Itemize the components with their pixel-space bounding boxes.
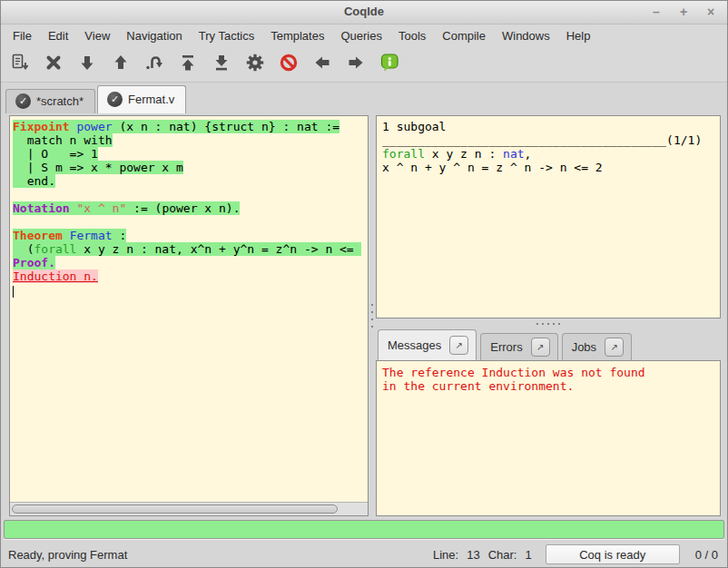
horizontal-scrollbar[interactable] xyxy=(10,502,368,515)
window-controls: – + × xyxy=(649,3,718,21)
close-button[interactable]: × xyxy=(703,3,718,21)
jobs-counter: 0 / 0 xyxy=(695,548,718,562)
scrollbar-thumb[interactable] xyxy=(12,504,338,514)
window-title: CoqIde xyxy=(1,5,727,18)
line-label: Line: xyxy=(433,548,458,562)
tab-label: Jobs xyxy=(572,340,596,354)
code-line[interactable]: Induction n. xyxy=(13,269,368,283)
arrow-down-to-end-button[interactable] xyxy=(210,53,233,76)
code-line[interactable]: end. xyxy=(13,174,368,188)
status-bar: Ready, proving Fermat Line: 13 Char: 1 C… xyxy=(1,542,727,567)
code-line[interactable] xyxy=(13,283,368,297)
arrow-left-button[interactable] xyxy=(310,53,334,76)
code-line[interactable]: Theorem Fermat : xyxy=(13,229,368,242)
menu-item-windows[interactable]: Windows xyxy=(494,26,558,45)
code-line[interactable]: | S m => x * power x m xyxy=(13,161,368,174)
code-line[interactable]: Fixpoint power (x n : nat) {struct n} : … xyxy=(13,120,368,133)
coq-status-text: Coq is ready xyxy=(579,548,645,562)
goal-line: 1 subgoal xyxy=(382,120,714,133)
info-bubble-icon xyxy=(379,53,399,75)
tab-errors[interactable]: Errors↗ xyxy=(480,333,557,360)
detach-button[interactable]: ↗ xyxy=(449,336,468,355)
goal-line: ________________________________________… xyxy=(382,133,714,147)
menu-item-compile[interactable]: Compile xyxy=(434,26,494,45)
goal-panel[interactable]: 1 subgoal_______________________________… xyxy=(376,115,721,318)
arrow-right-icon xyxy=(346,53,366,75)
message-line: The reference Induction was not found xyxy=(382,366,714,379)
tab-label: Errors xyxy=(490,340,522,354)
code-line[interactable]: match n with xyxy=(13,133,368,147)
arrow-up-to-start-icon xyxy=(178,53,198,75)
horizontal-splitter[interactable] xyxy=(376,318,721,328)
goal-line: forall x y z n : nat, xyxy=(382,147,714,161)
document-list-icon xyxy=(10,53,30,75)
message-panel[interactable]: The reference Induction was not foundin … xyxy=(376,360,721,516)
detach-button[interactable]: ↗ xyxy=(605,338,624,357)
tab-messages[interactable]: Messages↗ xyxy=(378,329,477,360)
interrupt-icon xyxy=(279,53,299,75)
info-bubble-button[interactable] xyxy=(378,53,401,76)
document-tab-bar: ✓*scratch*✓Fermat.v xyxy=(1,83,727,113)
menu-item-edit[interactable]: Edit xyxy=(40,26,76,45)
progress-area xyxy=(1,518,727,542)
code-line[interactable]: (forall x y z n : nat, x^n + y^n = z^n -… xyxy=(13,242,368,256)
detach-button[interactable]: ↗ xyxy=(531,338,550,357)
tab-jobs[interactable]: Jobs↗ xyxy=(562,333,632,360)
stop-x-button[interactable] xyxy=(42,53,65,76)
document-list-button[interactable] xyxy=(8,53,32,76)
detach-arrow-icon: ↗ xyxy=(610,342,617,352)
menu-item-help[interactable]: Help xyxy=(558,26,599,45)
arrow-right-button[interactable] xyxy=(344,53,368,76)
go-to-cursor-button[interactable] xyxy=(143,53,166,76)
goal-line: x ^ n + y ^ n = z ^ n -> n <= 2 xyxy=(382,161,714,174)
menu-item-navigation[interactable]: Navigation xyxy=(118,26,190,45)
menu-item-templates[interactable]: Templates xyxy=(262,26,332,45)
toolbar xyxy=(1,46,727,83)
gear-icon xyxy=(245,53,265,75)
status-right: Line: 13 Char: 1 Coq is ready 0 / 0 xyxy=(433,544,718,564)
message-line: in the current environment. xyxy=(382,379,714,393)
menu-bar: FileEditViewNavigationTry TacticsTemplat… xyxy=(1,24,727,46)
code-line[interactable] xyxy=(13,215,368,229)
maximize-button[interactable]: + xyxy=(676,3,691,21)
arrow-up-to-start-button[interactable] xyxy=(176,53,200,76)
title-bar[interactable]: CoqIde – + × xyxy=(1,1,727,24)
stop-x-icon xyxy=(44,53,64,75)
coqide-window: CoqIde – + × FileEditViewNavigationTry T… xyxy=(0,0,728,568)
arrow-left-icon xyxy=(312,53,332,75)
menu-item-view[interactable]: View xyxy=(76,26,118,45)
script-editor-panel[interactable]: Fixpoint power (x n : nat) {struct n} : … xyxy=(9,115,369,516)
code-line[interactable]: | O => 1 xyxy=(13,147,368,161)
menu-item-try-tactics[interactable]: Try Tactics xyxy=(191,26,262,45)
go-to-cursor-icon xyxy=(144,53,164,75)
minimize-button[interactable]: – xyxy=(649,3,664,21)
code-area[interactable]: Fixpoint power (x n : nat) {struct n} : … xyxy=(10,116,368,502)
char-label: Char: xyxy=(488,548,517,562)
coq-status-indicator: Coq is ready xyxy=(546,544,680,564)
main-area: Fixpoint power (x n : nat) {struct n} : … xyxy=(1,113,727,518)
code-line[interactable]: Notation "x ^ n" := (power x n). xyxy=(13,201,368,215)
tab-fermat.v[interactable]: ✓Fermat.v xyxy=(97,85,186,113)
tab-scratch[interactable]: ✓*scratch* xyxy=(5,89,95,113)
code-line[interactable]: Proof. xyxy=(13,256,368,269)
vertical-splitter[interactable] xyxy=(369,115,376,516)
detach-arrow-icon: ↗ xyxy=(536,342,544,352)
tab-label: *scratch* xyxy=(36,94,84,108)
status-message: Ready, proving Fermat xyxy=(8,548,127,562)
arrow-down-button[interactable] xyxy=(75,53,99,76)
code-line[interactable] xyxy=(13,188,368,201)
right-column: 1 subgoal_______________________________… xyxy=(376,115,721,516)
menu-item-tools[interactable]: Tools xyxy=(390,26,434,45)
gear-button[interactable] xyxy=(243,53,267,76)
menu-item-queries[interactable]: Queries xyxy=(332,26,390,45)
progress-bar xyxy=(4,520,724,539)
arrow-up-button[interactable] xyxy=(109,53,133,76)
check-circle-icon: ✓ xyxy=(107,92,123,107)
text-cursor xyxy=(13,286,14,298)
interrupt-button[interactable] xyxy=(277,53,300,76)
arrow-up-icon xyxy=(111,53,131,75)
menu-item-file[interactable]: File xyxy=(5,26,40,45)
char-value: 1 xyxy=(525,548,531,562)
tab-label: Fermat.v xyxy=(128,93,174,106)
message-tab-bar: Messages↗Errors↗Jobs↗ xyxy=(376,328,721,360)
